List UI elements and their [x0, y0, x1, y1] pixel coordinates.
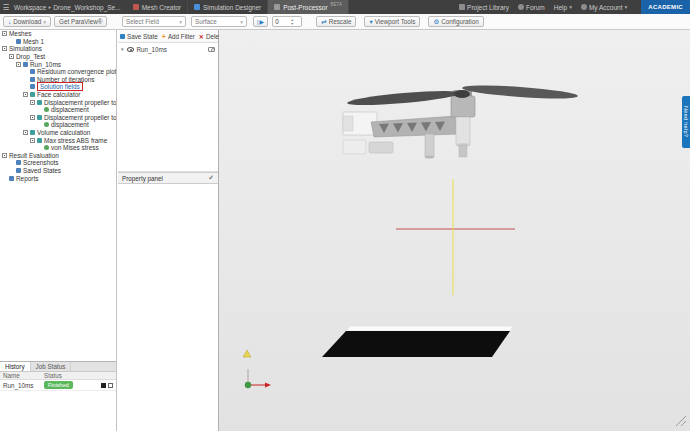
tree-item-displacement-propeller-to-1[interactable]: Displacement propeller to 1 — [0, 98, 116, 106]
tab-job-status[interactable]: Job Status — [31, 362, 72, 371]
screenshots-icon — [16, 160, 21, 165]
rescale-icon: ⇄ — [321, 18, 326, 26]
tree-item-result-evaluation[interactable]: Result Evaluation — [0, 152, 116, 160]
collapse-icon[interactable] — [9, 54, 14, 59]
rescale-button[interactable]: ⇄ Rescale — [316, 16, 356, 27]
filter-item-label: Run_10ms — [137, 46, 167, 53]
tab-simulation-designer[interactable]: Simulation Designer — [188, 0, 268, 14]
tab-mesh-creator[interactable]: Mesh Creator — [127, 0, 188, 14]
history-table-header: Name Status — [0, 372, 116, 380]
tree-item-residuum-convergence-plot[interactable]: Residuum convergence plot — [0, 68, 116, 76]
get-paraview-label: Get ParaView® — [59, 18, 102, 25]
tree-label: Drop_Test — [16, 53, 45, 60]
surface-dropdown[interactable]: Surface ▾ — [191, 16, 247, 27]
tree-item-volume-calculation[interactable]: Volume calculation — [0, 129, 116, 137]
viewport-tools-button[interactable]: ▾ Viewport Tools — [364, 16, 420, 27]
column-status: Status — [44, 372, 62, 379]
add-filter-button[interactable]: + Add Filter — [162, 33, 195, 40]
workspace-label: Workspace — [14, 4, 46, 11]
calculator-icon — [37, 138, 42, 143]
save-icon — [120, 34, 125, 39]
tree-item-solution-fields[interactable]: Solution fields — [0, 83, 116, 91]
tab-post-processor[interactable]: Post-Processor BETA — [268, 0, 349, 14]
collapse-icon[interactable] — [23, 130, 28, 135]
tree-item-mesh-1[interactable]: Mesh 1 — [0, 38, 116, 46]
tree-item-meshes[interactable]: Meshes — [0, 30, 116, 38]
viewport-3d[interactable] — [219, 30, 690, 431]
top-bar: ☰ Workspace ▸ Drone_Workshop_Se... Mesh … — [0, 0, 690, 14]
project-library-label: Project Library — [467, 4, 509, 11]
tree-label: Max stress ABS frame — [44, 137, 107, 144]
collapse-icon[interactable] — [2, 46, 7, 51]
collapse-icon[interactable] — [2, 31, 7, 36]
tree-item-max-stress-abs-frame[interactable]: Max stress ABS frame — [0, 136, 116, 144]
history-tabs: History Job Status — [0, 362, 116, 372]
post-processor-icon — [274, 4, 280, 10]
add-filter-label: Add Filter — [168, 33, 195, 40]
tree-item-drop-test[interactable]: Drop_Test — [0, 53, 116, 61]
tree-label: Meshes — [9, 30, 31, 37]
chevron-down-icon[interactable]: ▾ — [121, 46, 124, 52]
filter-item-run-10ms[interactable]: ▾ Run_10ms — [118, 43, 218, 55]
table-row[interactable]: Run_10ms Finished — [0, 380, 116, 391]
collapse-icon[interactable] — [23, 92, 28, 97]
chevron-down-icon: ▾ — [43, 19, 46, 25]
tree-label: Displacement propeller to 1 — [44, 99, 117, 106]
my-account-label: My Account — [589, 4, 623, 11]
get-paraview-button[interactable]: Get ParaView® — [54, 16, 107, 27]
tree-item-displacement-2[interactable]: displacement — [0, 121, 116, 129]
save-state-button[interactable]: Save State — [120, 33, 158, 40]
tree-item-displacement-propeller-to-2[interactable]: Displacement propeller to 2 — [0, 114, 116, 122]
up-axis-icon — [243, 350, 251, 357]
ground-plate — [322, 326, 513, 357]
simulation-designer-icon — [194, 4, 200, 10]
help-menu[interactable]: Help ▾ — [554, 4, 572, 11]
result-icon — [44, 122, 49, 127]
calculator-icon — [30, 130, 35, 135]
tree-item-screenshots[interactable]: Screenshots — [0, 159, 116, 167]
screenshot-icon[interactable] — [208, 47, 215, 52]
stop-icon[interactable] — [101, 383, 106, 388]
frame-input[interactable] — [273, 18, 291, 25]
tree-item-run-10ms[interactable]: Run_10ms — [0, 60, 116, 68]
tree-item-face-calculator[interactable]: Face calculator — [0, 91, 116, 99]
frame-stepper[interactable]: ▴ ▾ — [291, 18, 294, 25]
library-icon — [459, 4, 465, 10]
project-library-link[interactable]: Project Library — [459, 4, 509, 11]
visibility-eye-icon[interactable] — [127, 47, 134, 52]
breadcrumb[interactable]: Workspace ▸ Drone_Workshop_Se... — [14, 4, 121, 11]
collapse-icon[interactable] — [2, 153, 7, 158]
collapse-icon[interactable] — [30, 138, 35, 143]
property-panel-header[interactable]: Property panel ✓ — [118, 172, 218, 184]
collapse-icon[interactable] — [30, 115, 35, 120]
check-icon[interactable]: ✓ — [208, 174, 214, 182]
play-icon: ▶ — [260, 18, 265, 25]
collapse-icon[interactable] — [16, 62, 21, 67]
menu-icon[interactable]: ☰ — [0, 3, 12, 12]
my-account-menu[interactable]: My Account ▾ — [581, 4, 627, 11]
download-button[interactable]: ↓ Download ▾ — [3, 16, 51, 27]
configuration-button[interactable]: ⚙ Configuration — [428, 16, 483, 27]
tree-label: Displacement propeller to 2 — [44, 114, 117, 121]
need-help-tab[interactable]: Need help? — [682, 96, 690, 148]
play-button[interactable]: | ▶ — [253, 16, 268, 27]
select-field-dropdown[interactable]: Select Field ▾ — [122, 16, 186, 27]
tree-item-saved-states[interactable]: Saved States — [0, 167, 116, 175]
calculator-icon — [37, 100, 42, 105]
chevron-down-icon: ▾ — [240, 19, 243, 25]
options-icon[interactable] — [108, 383, 113, 388]
resize-handle-icon[interactable] — [676, 416, 686, 426]
tree-item-von-mises-stress[interactable]: von Mises stress — [0, 144, 116, 152]
forum-link[interactable]: Forum — [518, 4, 545, 11]
collapse-icon[interactable] — [30, 100, 35, 105]
tree-item-simulations[interactable]: Simulations — [0, 45, 116, 53]
tree-item-reports[interactable]: Reports — [0, 174, 116, 182]
tree-label: displacement — [51, 121, 89, 128]
configuration-label: Configuration — [441, 18, 478, 25]
filter-tree: ▾ Run_10ms — [118, 43, 218, 172]
tab-label: Post-Processor — [283, 4, 327, 11]
tree-item-displacement-1[interactable]: displacement — [0, 106, 116, 114]
tree-label: Mesh 1 — [23, 38, 44, 45]
tab-history[interactable]: History — [0, 362, 31, 371]
viewport-tools-label: Viewport Tools — [375, 18, 416, 25]
